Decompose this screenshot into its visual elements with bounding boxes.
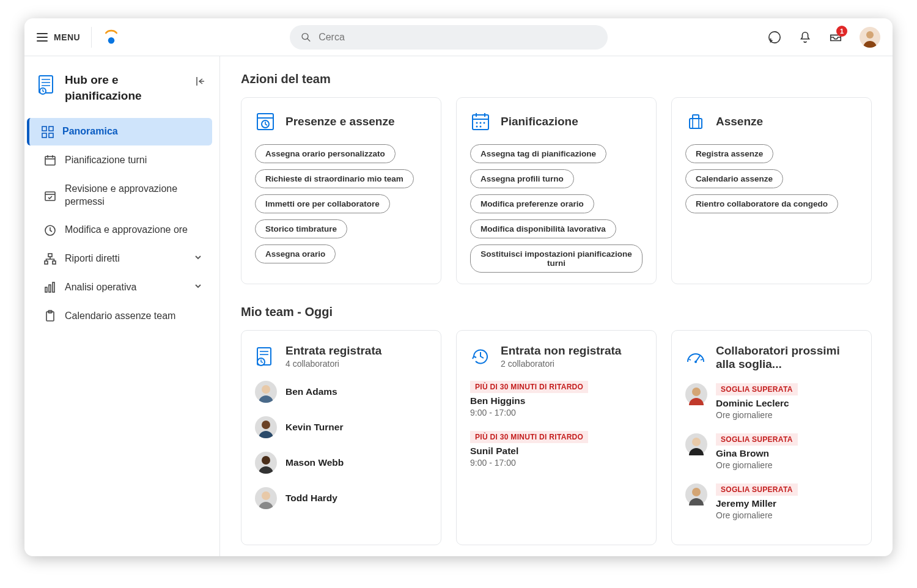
chevron-down-icon xyxy=(194,252,202,265)
svg-rect-25 xyxy=(53,261,56,264)
svg-rect-13 xyxy=(49,127,53,131)
checkin-icon xyxy=(255,346,276,367)
card-subtitle: 4 collaboratori xyxy=(285,359,381,369)
svg-point-41 xyxy=(476,126,478,128)
card-assenze: Assenze Registra assenze Calendario asse… xyxy=(671,97,872,284)
timeclock-icon xyxy=(255,111,276,132)
avatar xyxy=(685,433,707,455)
sidebar: Hub ore e pianificazione Panoramica Pian… xyxy=(24,56,220,556)
gauge-icon xyxy=(685,347,706,368)
svg-point-4 xyxy=(866,31,874,39)
svg-point-61 xyxy=(692,488,701,496)
team-member[interactable]: Todd Hardy xyxy=(255,487,427,509)
inbox-icon[interactable]: 1 xyxy=(829,31,842,44)
svg-line-2 xyxy=(308,39,310,41)
svg-rect-14 xyxy=(42,133,46,138)
card-title: Pianificazione xyxy=(501,115,578,128)
chevron-down-icon xyxy=(194,281,202,294)
action-pill[interactable]: Storico timbrature xyxy=(255,219,347,238)
avatar xyxy=(255,416,277,438)
sidebar-item-panoramica[interactable]: Panoramica xyxy=(27,118,212,145)
action-pill[interactable]: Modifica preferenze orario xyxy=(470,194,594,213)
sidebar-item-label: Analisi operativa xyxy=(65,281,185,294)
threshold-detail: Ore giornaliere xyxy=(716,510,798,520)
schedule-icon xyxy=(470,111,491,132)
sidebar-item-calendario-assenze[interactable]: Calendario assenze team xyxy=(29,303,212,330)
member-name: Ben Adams xyxy=(285,386,337,397)
svg-rect-20 xyxy=(45,192,55,200)
threshold-member[interactable]: SOGLIA SUPERATA Gina Brown Ore giornalie… xyxy=(685,433,858,470)
profile-avatar[interactable] xyxy=(860,27,880,48)
clipboard-icon xyxy=(44,310,56,322)
card-entrata-non-registrata: Entrata non registrata 2 collaboratori P… xyxy=(456,330,657,545)
divider xyxy=(91,27,92,48)
action-pill[interactable]: Immetti ore per collaboratore xyxy=(255,194,390,213)
late-tag: PIÙ DI 30 MINUTI DI RITARDO xyxy=(470,381,588,393)
calendar-icon xyxy=(44,154,56,166)
member-name: Ben Higgins xyxy=(470,395,643,406)
sidebar-item-modifica-ore[interactable]: Modifica e approvazione ore xyxy=(29,216,212,244)
my-team-title: Mio team - Oggi xyxy=(241,305,872,319)
late-member[interactable]: PIÙ DI 30 MINUTI DI RITARDO Sunil Patel … xyxy=(470,431,643,468)
search-bar[interactable] xyxy=(290,25,608,50)
card-presenze-assenze: Presenze e assenze Assegna orario person… xyxy=(241,97,441,284)
svg-point-39 xyxy=(480,122,482,124)
avatar xyxy=(255,452,277,474)
action-pill[interactable]: Richieste di straordinario mio team xyxy=(255,169,414,188)
sidebar-item-pianificazione-turni[interactable]: Pianificazione turni xyxy=(29,147,212,174)
workday-logo[interactable] xyxy=(103,29,120,46)
member-name: Mason Webb xyxy=(285,457,344,468)
member-time: 9:00 - 17:00 xyxy=(470,458,643,468)
sidebar-item-label: Panoramica xyxy=(62,125,202,138)
svg-rect-12 xyxy=(42,127,46,131)
team-member[interactable]: Kevin Turner xyxy=(255,416,427,438)
action-pill[interactable]: Assegna profili turno xyxy=(470,169,574,188)
action-pill[interactable]: Registra assenze xyxy=(685,144,773,163)
bell-icon[interactable] xyxy=(798,31,812,44)
action-pill[interactable]: Modifica disponibilità lavorativa xyxy=(470,219,616,238)
sidebar-item-label: Revisione e approvazione permessi xyxy=(65,183,202,208)
action-pill[interactable]: Calendario assenze xyxy=(685,169,783,188)
org-icon xyxy=(44,253,56,265)
sidebar-item-analisi-operativa[interactable]: Analisi operativa xyxy=(29,274,212,301)
svg-point-54 xyxy=(262,491,270,500)
card-title: Presenze e assenze xyxy=(285,115,395,128)
chat-icon[interactable] xyxy=(768,31,781,44)
svg-point-52 xyxy=(262,421,270,429)
svg-rect-27 xyxy=(49,285,51,292)
svg-rect-23 xyxy=(48,254,52,257)
threshold-tag: SOGLIA SUPERATA xyxy=(716,383,798,395)
card-title: Entrata non registrata xyxy=(501,344,621,358)
svg-rect-24 xyxy=(45,261,48,264)
member-name: Kevin Turner xyxy=(285,422,343,433)
menu-label: MENU xyxy=(54,32,80,42)
search-input[interactable] xyxy=(319,32,597,43)
sidebar-item-label: Calendario assenze team xyxy=(65,310,202,323)
svg-rect-15 xyxy=(49,133,53,138)
svg-point-60 xyxy=(692,438,701,446)
menu-button[interactable]: MENU xyxy=(37,32,80,42)
card-soglia: Collaboratori prossimi alla soglia... SO… xyxy=(671,330,872,545)
action-pill[interactable]: Rientro collaboratore da congedo xyxy=(685,194,838,213)
hub-icon xyxy=(38,75,56,95)
threshold-member[interactable]: SOGLIA SUPERATA Jeremy Miller Ore giorna… xyxy=(685,483,858,520)
action-pill[interactable]: Assegna tag di pianificazione xyxy=(470,144,606,163)
member-name: Dominic Leclerc xyxy=(716,398,798,409)
threshold-detail: Ore giornaliere xyxy=(716,410,798,420)
team-member[interactable]: Mason Webb xyxy=(255,452,427,474)
chart-icon xyxy=(44,281,56,293)
action-pill[interactable]: Sostituisci impostazioni pianificazione … xyxy=(470,244,643,273)
hamburger-icon xyxy=(37,33,48,42)
late-member[interactable]: PIÙ DI 30 MINUTI DI RITARDO Ben Higgins … xyxy=(470,381,643,417)
team-member[interactable]: Ben Adams xyxy=(255,381,427,403)
action-pill[interactable]: Assegna orario personalizzato xyxy=(255,144,396,163)
member-name: Sunil Patel xyxy=(470,446,643,457)
svg-line-57 xyxy=(689,359,691,360)
threshold-member[interactable]: SOGLIA SUPERATA Dominic Leclerc Ore gior… xyxy=(685,383,858,420)
sidebar-item-revisione-permessi[interactable]: Revisione e approvazione permessi xyxy=(29,175,212,216)
card-title: Collaboratori prossimi alla soglia... xyxy=(716,344,858,371)
action-pill[interactable]: Assegna orario xyxy=(255,244,336,263)
sidebar-item-riporti-diretti[interactable]: Riporti diretti xyxy=(29,245,212,273)
card-title: Assenze xyxy=(716,115,763,128)
collapse-sidebar-icon[interactable] xyxy=(195,76,206,87)
